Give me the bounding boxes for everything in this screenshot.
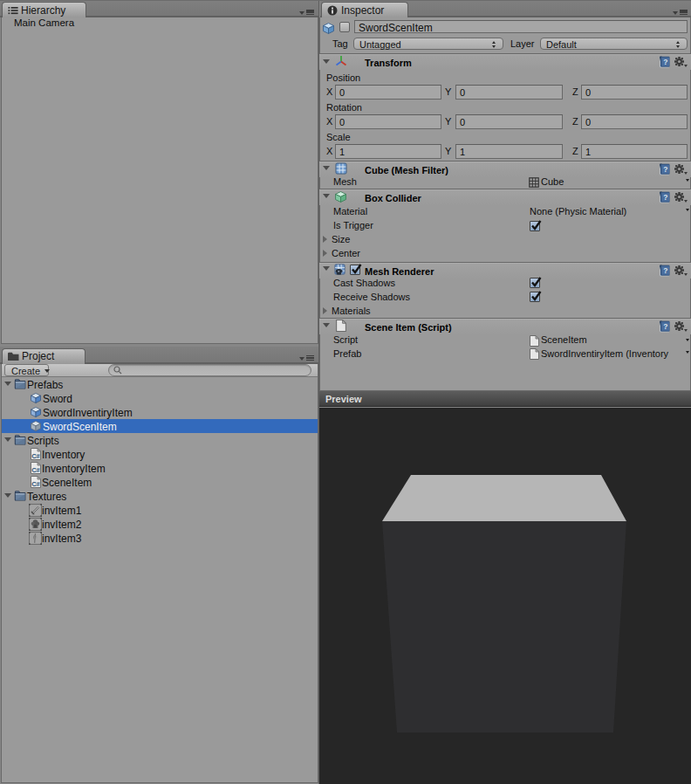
svg-text:C#: C#: [31, 480, 40, 488]
svg-text:?: ?: [663, 193, 667, 202]
svg-text:?: ?: [663, 58, 667, 66]
svg-text:?: ?: [663, 165, 667, 174]
svg-text:C#: C#: [31, 466, 40, 474]
svg-text:?: ?: [663, 322, 667, 331]
svg-text:C#: C#: [31, 452, 40, 460]
svg-text:?: ?: [663, 266, 667, 275]
